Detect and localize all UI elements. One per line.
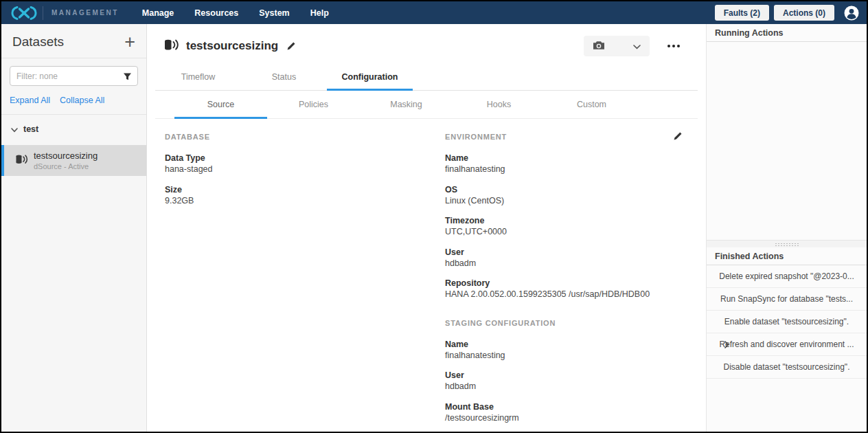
database-section: DATABASE Data Type hana-staged Size 9.32…	[165, 133, 445, 206]
menu-manage[interactable]: Manage	[142, 8, 174, 18]
navbar-right: Faults (2) Actions (0)	[715, 5, 860, 21]
app-window: MANAGEMENT Manage Resources System Help …	[0, 0, 868, 433]
field-repository: Repository HANA 2.00.052.00.1599235305 /…	[445, 278, 665, 300]
chevron-down-icon	[633, 41, 641, 52]
page-title: testsourcesizing	[186, 39, 278, 53]
product-name: MANAGEMENT	[52, 9, 119, 16]
filter-icon	[123, 71, 132, 84]
field-env-user: User hdbadm	[445, 247, 665, 269]
tab-timeflow[interactable]: Timeflow	[155, 65, 241, 91]
tab-status[interactable]: Status	[241, 65, 327, 91]
subtab-hooks[interactable]: Hooks	[453, 91, 545, 119]
main-tabs: Timeflow Status Configuration	[155, 65, 698, 91]
actions-button[interactable]: Actions (0)	[774, 5, 834, 21]
dataset-item-testsourcesizing[interactable]: testsourcesizing dSource - Active	[1, 145, 146, 176]
staging-configuration-section: STAGING CONFIGURATION Name finalhanatest…	[445, 319, 665, 424]
field-staging-user: User hdbadm	[445, 370, 665, 392]
section-title: DATABASE	[165, 133, 445, 141]
edit-environment-pencil-icon[interactable]	[673, 131, 683, 144]
add-dataset-button[interactable]: +	[124, 35, 135, 49]
expand-all-link[interactable]: Expand All	[10, 96, 50, 105]
chevron-down-icon	[11, 123, 18, 135]
edit-title-pencil-icon[interactable]	[286, 41, 296, 51]
delphix-logo-icon	[11, 5, 38, 21]
running-actions-header: Running Actions	[707, 24, 867, 42]
section-title: STAGING CONFIGURATION	[445, 319, 665, 327]
panel-resize-handle[interactable]	[707, 240, 867, 247]
collapse-all-link[interactable]: Collapse All	[60, 96, 104, 105]
field-mount-base: Mount Base /testsourcesizingrm	[445, 401, 665, 424]
finished-action-item[interactable]: Refresh and discover environment ...	[707, 333, 867, 356]
finished-action-item[interactable]: Delete expired snapshot "@2023-0...	[707, 265, 867, 288]
finished-action-item[interactable]: Enable dataset "testsourcesizing".	[707, 311, 867, 333]
chevron-right-icon[interactable]	[724, 341, 729, 348]
field-os: OS Linux (CentOS)	[445, 184, 665, 207]
finished-action-item[interactable]: Run SnapSync for database "tests...	[707, 288, 867, 311]
grip-dots-icon	[775, 243, 799, 246]
filter-input[interactable]	[10, 66, 138, 86]
more-options-button[interactable]	[667, 45, 680, 47]
dsource-icon	[15, 154, 28, 168]
field-staging-name: Name finalhanatesting	[445, 339, 665, 362]
faults-button[interactable]: Faults (2)	[715, 5, 769, 21]
navbar-menu: Manage Resources System Help	[142, 8, 329, 18]
main-content: testsourcesizing	[147, 24, 707, 432]
tree-group-label: test	[23, 124, 38, 134]
menu-resources[interactable]: Resources	[194, 8, 238, 18]
field-data-type: Data Type hana-staged	[165, 153, 445, 175]
finished-actions-list: Delete expired snapshot "@2023-0... Run …	[707, 265, 867, 379]
field-timezone: Timezone UTC,UTC+0000	[445, 215, 665, 238]
subtab-source[interactable]: Source	[174, 91, 267, 119]
dataset-name: testsourcesizing	[34, 151, 98, 161]
tab-configuration[interactable]: Configuration	[327, 65, 413, 91]
top-navbar: MANAGEMENT Manage Resources System Help …	[1, 1, 867, 24]
dsource-icon	[163, 38, 179, 54]
subtab-policies[interactable]: Policies	[267, 91, 360, 119]
sidebar-title: Datasets	[12, 34, 64, 49]
user-profile-icon[interactable]	[843, 5, 860, 21]
navbar-divider	[43, 6, 43, 20]
datasets-sidebar: Datasets + Expand All Collapse All	[1, 24, 147, 432]
menu-system[interactable]: System	[259, 8, 289, 18]
finished-actions-header: Finished Actions	[707, 247, 867, 265]
section-title: ENVIRONMENT	[445, 133, 665, 141]
tree-group-test[interactable]: test	[1, 115, 146, 142]
field-size: Size 9.32GB	[165, 184, 445, 207]
camera-icon	[593, 41, 605, 52]
actions-panel: Running Actions Finished Actions Delete …	[707, 24, 867, 432]
finished-action-item[interactable]: Disable dataset "testsourcesizing".	[707, 356, 867, 379]
dataset-status: dSource - Active	[34, 162, 98, 170]
subtab-custom[interactable]: Custom	[545, 91, 638, 119]
configuration-subtabs: Source Policies Masking Hooks Custom	[155, 91, 698, 119]
environment-section: ENVIRONMENT Name finalhanatesting OS Lin…	[445, 133, 665, 300]
snapshot-button[interactable]	[584, 36, 650, 56]
running-actions-list	[707, 42, 867, 240]
subtab-masking[interactable]: Masking	[360, 91, 453, 119]
menu-help[interactable]: Help	[310, 8, 329, 18]
sidebar-divider	[1, 58, 146, 58]
field-env-name: Name finalhanatesting	[445, 153, 665, 175]
